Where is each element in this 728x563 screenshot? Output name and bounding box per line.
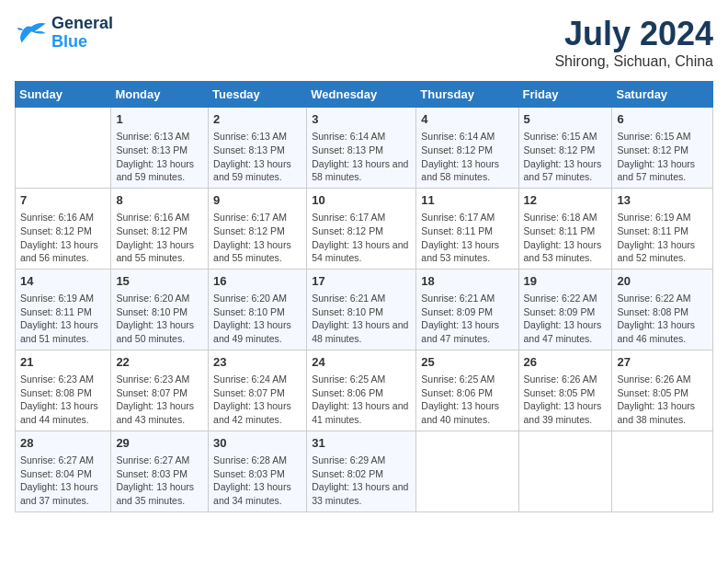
calendar-cell: 17Sunrise: 6:21 AMSunset: 8:10 PMDayligh… <box>307 269 416 350</box>
calendar-cell: 23Sunrise: 6:24 AMSunset: 8:07 PMDayligh… <box>209 350 307 431</box>
calendar-cell: 12Sunrise: 6:18 AMSunset: 8:11 PMDayligh… <box>518 188 612 269</box>
title-block: July 2024 Shirong, Sichuan, China <box>554 15 713 70</box>
cell-info: Sunrise: 6:14 AMSunset: 8:13 PMDaylight:… <box>312 130 411 184</box>
day-header-sunday: Sunday <box>16 82 111 108</box>
date-number: 26 <box>524 354 608 371</box>
cell-info: Sunrise: 6:25 AMSunset: 8:06 PMDaylight:… <box>312 373 411 427</box>
calendar-table: SundayMondayTuesdayWednesdayThursdayFrid… <box>15 81 713 512</box>
calendar-cell: 5Sunrise: 6:15 AMSunset: 8:12 PMDaylight… <box>518 108 612 189</box>
cell-info: Sunrise: 6:23 AMSunset: 8:08 PMDaylight:… <box>20 373 106 427</box>
date-number: 28 <box>20 435 106 452</box>
date-number: 14 <box>20 273 106 290</box>
cell-info: Sunrise: 6:15 AMSunset: 8:12 PMDaylight:… <box>524 130 608 184</box>
date-number: 10 <box>312 192 411 209</box>
calendar-cell <box>612 431 713 511</box>
week-row-4: 21Sunrise: 6:23 AMSunset: 8:08 PMDayligh… <box>16 350 713 431</box>
date-number: 29 <box>116 435 203 452</box>
week-row-1: 1Sunrise: 6:13 AMSunset: 8:13 PMDaylight… <box>16 108 713 189</box>
calendar-cell: 15Sunrise: 6:20 AMSunset: 8:10 PMDayligh… <box>111 269 209 350</box>
calendar-cell: 21Sunrise: 6:23 AMSunset: 8:08 PMDayligh… <box>16 350 111 431</box>
date-number: 21 <box>20 354 106 371</box>
logo: GeneralBlue <box>15 15 113 52</box>
cell-info: Sunrise: 6:22 AMSunset: 8:08 PMDaylight:… <box>617 292 708 346</box>
calendar-cell: 16Sunrise: 6:20 AMSunset: 8:10 PMDayligh… <box>209 269 307 350</box>
calendar-cell: 3Sunrise: 6:14 AMSunset: 8:13 PMDaylight… <box>307 108 416 189</box>
date-number: 30 <box>213 435 301 452</box>
date-number: 31 <box>312 435 411 452</box>
calendar-cell: 6Sunrise: 6:15 AMSunset: 8:12 PMDaylight… <box>612 108 713 189</box>
cell-info: Sunrise: 6:23 AMSunset: 8:07 PMDaylight:… <box>116 373 203 427</box>
cell-info: Sunrise: 6:26 AMSunset: 8:05 PMDaylight:… <box>617 373 708 427</box>
day-header-saturday: Saturday <box>612 82 713 108</box>
cell-info: Sunrise: 6:13 AMSunset: 8:13 PMDaylight:… <box>116 130 203 184</box>
date-number: 7 <box>20 192 106 209</box>
cell-info: Sunrise: 6:17 AMSunset: 8:12 PMDaylight:… <box>312 211 411 265</box>
week-row-3: 14Sunrise: 6:19 AMSunset: 8:11 PMDayligh… <box>16 269 713 350</box>
cell-info: Sunrise: 6:16 AMSunset: 8:12 PMDaylight:… <box>20 211 106 265</box>
date-number: 5 <box>524 111 608 128</box>
date-number: 23 <box>213 354 301 371</box>
calendar-cell: 4Sunrise: 6:14 AMSunset: 8:12 PMDaylight… <box>416 108 518 189</box>
calendar-cell: 18Sunrise: 6:21 AMSunset: 8:09 PMDayligh… <box>416 269 518 350</box>
cell-info: Sunrise: 6:26 AMSunset: 8:05 PMDaylight:… <box>524 373 608 427</box>
date-number: 12 <box>524 192 608 209</box>
cell-info: Sunrise: 6:21 AMSunset: 8:09 PMDaylight:… <box>421 292 513 346</box>
calendar-cell: 1Sunrise: 6:13 AMSunset: 8:13 PMDaylight… <box>111 108 209 189</box>
cell-info: Sunrise: 6:15 AMSunset: 8:12 PMDaylight:… <box>617 130 708 184</box>
cell-info: Sunrise: 6:29 AMSunset: 8:02 PMDaylight:… <box>312 454 411 508</box>
cell-info: Sunrise: 6:14 AMSunset: 8:12 PMDaylight:… <box>421 130 513 184</box>
date-number: 19 <box>524 273 608 290</box>
date-number: 25 <box>421 354 513 371</box>
date-number: 11 <box>421 192 513 209</box>
calendar-cell: 2Sunrise: 6:13 AMSunset: 8:13 PMDaylight… <box>209 108 307 189</box>
main-title: July 2024 <box>554 15 713 53</box>
calendar-cell: 13Sunrise: 6:19 AMSunset: 8:11 PMDayligh… <box>612 188 713 269</box>
calendar-cell <box>416 431 518 511</box>
calendar-cell: 24Sunrise: 6:25 AMSunset: 8:06 PMDayligh… <box>307 350 416 431</box>
cell-info: Sunrise: 6:19 AMSunset: 8:11 PMDaylight:… <box>20 292 106 346</box>
day-header-friday: Friday <box>518 82 612 108</box>
cell-info: Sunrise: 6:17 AMSunset: 8:11 PMDaylight:… <box>421 211 513 265</box>
calendar-cell: 26Sunrise: 6:26 AMSunset: 8:05 PMDayligh… <box>518 350 612 431</box>
week-row-5: 28Sunrise: 6:27 AMSunset: 8:04 PMDayligh… <box>16 431 713 511</box>
calendar-cell: 22Sunrise: 6:23 AMSunset: 8:07 PMDayligh… <box>111 350 209 431</box>
date-number: 24 <box>312 354 411 371</box>
date-number: 1 <box>116 111 203 128</box>
date-number: 3 <box>312 111 411 128</box>
cell-info: Sunrise: 6:13 AMSunset: 8:13 PMDaylight:… <box>213 130 301 184</box>
calendar-cell: 29Sunrise: 6:27 AMSunset: 8:03 PMDayligh… <box>111 431 209 511</box>
calendar-cell: 19Sunrise: 6:22 AMSunset: 8:09 PMDayligh… <box>518 269 612 350</box>
date-number: 16 <box>213 273 301 290</box>
subtitle: Shirong, Sichuan, China <box>554 53 713 70</box>
calendar-cell: 8Sunrise: 6:16 AMSunset: 8:12 PMDaylight… <box>111 188 209 269</box>
date-number: 20 <box>617 273 708 290</box>
cell-info: Sunrise: 6:25 AMSunset: 8:06 PMDaylight:… <box>421 373 513 427</box>
calendar-cell: 11Sunrise: 6:17 AMSunset: 8:11 PMDayligh… <box>416 188 518 269</box>
calendar-cell <box>518 431 612 511</box>
day-header-wednesday: Wednesday <box>307 82 416 108</box>
date-number: 8 <box>116 192 203 209</box>
cell-info: Sunrise: 6:17 AMSunset: 8:12 PMDaylight:… <box>213 211 301 265</box>
header-row: SundayMondayTuesdayWednesdayThursdayFrid… <box>16 82 713 108</box>
cell-info: Sunrise: 6:20 AMSunset: 8:10 PMDaylight:… <box>213 292 301 346</box>
date-number: 22 <box>116 354 203 371</box>
cell-info: Sunrise: 6:18 AMSunset: 8:11 PMDaylight:… <box>524 211 608 265</box>
cell-info: Sunrise: 6:22 AMSunset: 8:09 PMDaylight:… <box>524 292 608 346</box>
date-number: 2 <box>213 111 301 128</box>
cell-info: Sunrise: 6:28 AMSunset: 8:03 PMDaylight:… <box>213 454 301 508</box>
day-header-monday: Monday <box>111 82 209 108</box>
week-row-2: 7Sunrise: 6:16 AMSunset: 8:12 PMDaylight… <box>16 188 713 269</box>
logo-icon <box>15 20 48 46</box>
day-header-thursday: Thursday <box>416 82 518 108</box>
calendar-cell: 27Sunrise: 6:26 AMSunset: 8:05 PMDayligh… <box>612 350 713 431</box>
page-header: GeneralBlue July 2024 Shirong, Sichuan, … <box>15 15 713 70</box>
date-number: 15 <box>116 273 203 290</box>
logo-text: GeneralBlue <box>51 15 113 52</box>
cell-info: Sunrise: 6:27 AMSunset: 8:03 PMDaylight:… <box>116 454 203 508</box>
calendar-cell: 20Sunrise: 6:22 AMSunset: 8:08 PMDayligh… <box>612 269 713 350</box>
date-number: 13 <box>617 192 708 209</box>
calendar-cell: 9Sunrise: 6:17 AMSunset: 8:12 PMDaylight… <box>209 188 307 269</box>
calendar-cell: 10Sunrise: 6:17 AMSunset: 8:12 PMDayligh… <box>307 188 416 269</box>
calendar-cell: 7Sunrise: 6:16 AMSunset: 8:12 PMDaylight… <box>16 188 111 269</box>
calendar-cell: 25Sunrise: 6:25 AMSunset: 8:06 PMDayligh… <box>416 350 518 431</box>
